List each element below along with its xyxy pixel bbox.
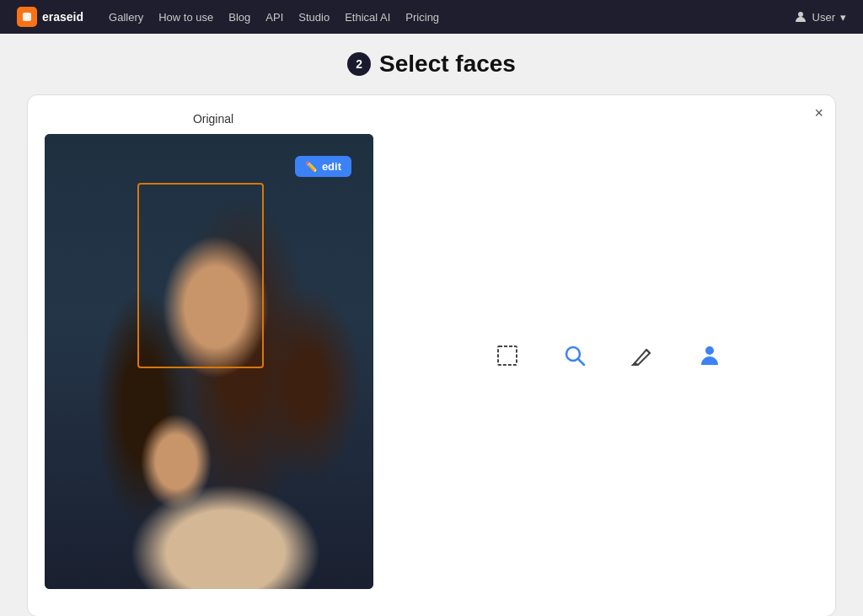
logo-icon bbox=[17, 7, 37, 27]
face-bounding-box[interactable] bbox=[137, 183, 264, 368]
person-tool[interactable] bbox=[693, 339, 726, 372]
user-menu[interactable]: User ▾ bbox=[794, 10, 846, 24]
user-icon bbox=[794, 10, 807, 24]
edit-label: edit bbox=[322, 160, 341, 173]
nav-gallery[interactable]: Gallery bbox=[109, 11, 143, 24]
left-panel: Original ✏️ edit bbox=[45, 112, 382, 599]
image-container: ✏️ edit bbox=[45, 134, 373, 589]
selection-tool[interactable] bbox=[490, 339, 524, 372]
edit-draw-tool[interactable] bbox=[625, 339, 659, 372]
main-card: × Original ✏️ edit bbox=[27, 94, 836, 616]
svg-point-1 bbox=[798, 12, 803, 17]
nav-blog[interactable]: Blog bbox=[228, 11, 250, 24]
logo-area[interactable]: eraseid bbox=[17, 7, 83, 27]
edit-button[interactable]: ✏️ edit bbox=[295, 156, 351, 177]
right-panel bbox=[399, 112, 818, 599]
page-title: Select faces bbox=[379, 51, 516, 78]
tools-row bbox=[490, 339, 726, 372]
logo-text: eraseid bbox=[42, 10, 83, 24]
nav-api[interactable]: API bbox=[265, 11, 283, 24]
svg-rect-2 bbox=[498, 346, 517, 365]
nav-studio[interactable]: Studio bbox=[298, 11, 330, 24]
page-title-area: 2 Select faces bbox=[347, 51, 516, 78]
main-content: 2 Select faces × Original ✏️ edit bbox=[0, 34, 863, 616]
step-badge: 2 bbox=[347, 52, 371, 76]
svg-point-5 bbox=[705, 346, 714, 355]
svg-line-4 bbox=[578, 359, 584, 365]
user-label: User bbox=[812, 11, 835, 24]
nav-links: Gallery How to use Blog API Studio Ethic… bbox=[109, 11, 777, 24]
nav-ethical-ai[interactable]: Ethical AI bbox=[345, 11, 390, 24]
search-tool[interactable] bbox=[558, 339, 592, 372]
pencil-icon: ✏️ bbox=[305, 161, 318, 173]
navbar: eraseid Gallery How to use Blog API Stud… bbox=[0, 0, 863, 34]
svg-rect-0 bbox=[23, 13, 31, 21]
close-button[interactable]: × bbox=[814, 105, 823, 121]
user-chevron: ▾ bbox=[840, 11, 846, 24]
nav-how-to-use[interactable]: How to use bbox=[158, 11, 213, 24]
panel-label: Original bbox=[45, 112, 382, 126]
nav-pricing[interactable]: Pricing bbox=[405, 11, 439, 24]
